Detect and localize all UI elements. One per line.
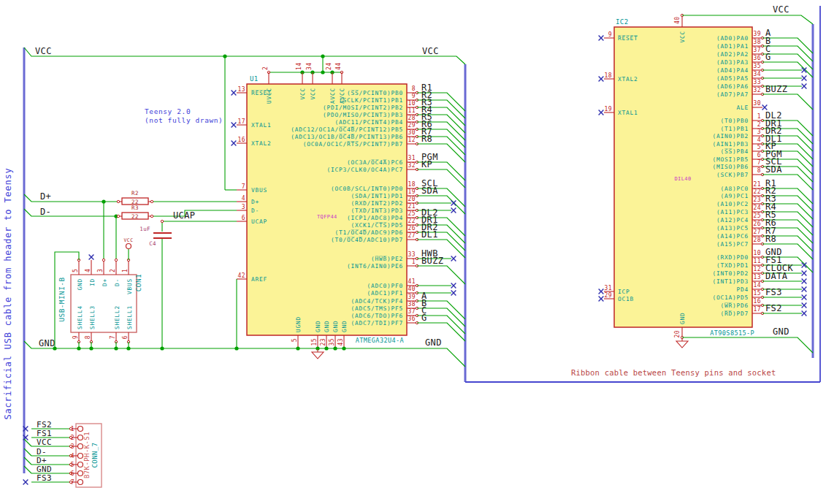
conn7-pin-circle bbox=[78, 427, 83, 432]
junction-dot bbox=[342, 346, 345, 350]
junction-dot bbox=[333, 346, 337, 350]
pin-name: (ADC1)PF1 bbox=[367, 290, 403, 297]
ic2-ref: IC2 bbox=[616, 18, 628, 26]
pin-name: (T0)PB0 bbox=[721, 118, 749, 124]
pin-number: 32 bbox=[408, 162, 416, 169]
pin-name: (MOSI)PB5 bbox=[713, 156, 749, 163]
junction-dot bbox=[296, 346, 299, 350]
pin-number: 22 bbox=[408, 218, 416, 224]
u1-value: ATMEGA32U4-A bbox=[356, 337, 404, 344]
pin-name: (A8)PC0 bbox=[721, 186, 749, 192]
pin-name: (A13)PC5 bbox=[716, 225, 749, 232]
note-teensy-line1: Teensy 2.0 bbox=[145, 107, 191, 115]
c4-ref: C4 bbox=[149, 240, 156, 247]
pin-name: XTAL1 bbox=[618, 110, 638, 116]
pin-number: 5 bbox=[72, 269, 79, 272]
pin-number: 10 bbox=[408, 100, 416, 107]
pin-number: 12 bbox=[754, 266, 761, 272]
pin-number: 18 bbox=[408, 181, 416, 188]
pin-number: 3 bbox=[97, 269, 104, 272]
net-label-sda: SDA bbox=[765, 164, 782, 175]
pin-number: 37 bbox=[754, 47, 761, 53]
pin-name: GND bbox=[332, 321, 339, 332]
ic2-value: AT90S8515-P bbox=[710, 329, 754, 337]
pin-name: R̅E̅S̅E̅T̅ bbox=[251, 90, 272, 96]
pin-name: VCC bbox=[679, 31, 686, 42]
net-label-vcc: VCC bbox=[773, 4, 789, 15]
pin-name: (OC0B/SCL/INT0)PD0 bbox=[331, 186, 403, 192]
pin-number: 4 bbox=[85, 269, 91, 272]
junction-dot bbox=[223, 54, 226, 58]
pin-name: (ADC0)PF0 bbox=[367, 283, 403, 289]
junction-dot bbox=[77, 346, 80, 350]
net-label-vcc: VCC bbox=[37, 438, 52, 447]
pin-number: 13 bbox=[754, 274, 761, 280]
pin-name: (T1)PB1 bbox=[721, 126, 749, 132]
pin-number: 23 bbox=[754, 196, 761, 203]
vcc-flag-label: VCC bbox=[124, 237, 134, 243]
pin-name: GND bbox=[324, 321, 330, 332]
r3-value: 22 bbox=[131, 213, 139, 220]
pin-name: (SDA/INT1)PD1 bbox=[351, 193, 403, 199]
pin-number: 11 bbox=[408, 107, 416, 114]
wire bbox=[162, 221, 237, 232]
conn7-pin-circle bbox=[78, 480, 83, 485]
schematic-canvas: VCCVCCGNDGNDU1TQFP44ATMEGA32U4-A2UVCC14V… bbox=[0, 0, 826, 504]
pin-number: 38 bbox=[754, 39, 761, 45]
pin-name: VCC bbox=[299, 88, 306, 99]
pin-number: 20 bbox=[674, 330, 681, 337]
ic2-footprint: DIL40 bbox=[674, 176, 691, 182]
pin-name: (A14)PC6 bbox=[716, 233, 749, 240]
vcc-flag-circle bbox=[126, 244, 131, 249]
pin-name: (ADC13/OC1B/O̅C̅4̅B̅/PCINT13)PB6 bbox=[291, 134, 403, 140]
pin-number: 17 bbox=[238, 118, 245, 125]
junction-dot bbox=[102, 199, 105, 203]
pin-name: (XCK1/C̅T̅S̅)PD5 bbox=[351, 222, 403, 229]
net-label-fs3: FS3 bbox=[37, 473, 52, 483]
net-label-g: G bbox=[421, 313, 427, 323]
net-label-fs2: FS2 bbox=[765, 303, 782, 313]
pin-number: 5 bbox=[291, 338, 298, 342]
pin-name: (A9)PC1 bbox=[721, 193, 749, 199]
pin-name: (A15)PC7 bbox=[716, 241, 749, 248]
pin-number: 29 bbox=[408, 122, 416, 129]
pin-name: (T1/O̅C̅4̅D̅/ADC9)PD6 bbox=[335, 229, 403, 236]
pin-name: GND bbox=[315, 321, 321, 332]
pin-number: 34 bbox=[306, 63, 313, 70]
pin-number: 36 bbox=[754, 55, 761, 61]
pin-number: 4 bbox=[71, 453, 74, 459]
pin-name: D+ bbox=[102, 278, 108, 286]
pin-number: 7 bbox=[71, 479, 74, 486]
conn7-pin-circle bbox=[78, 454, 83, 459]
pin-number: 6 bbox=[757, 152, 761, 159]
pin-number: 4 bbox=[242, 195, 245, 202]
pin-number: 4 bbox=[757, 137, 761, 143]
pin-name: (AD2)PA2 bbox=[716, 51, 749, 58]
pin-name: (AD1)PA1 bbox=[716, 43, 749, 50]
pin-name: (AD4)PA4 bbox=[716, 67, 749, 74]
pin-number: 35 bbox=[329, 338, 335, 345]
pin-name: (AD3)PA3 bbox=[716, 59, 749, 66]
pin-number: 27 bbox=[754, 229, 761, 235]
conn7-pin-circle bbox=[78, 462, 83, 467]
pin-number: 17 bbox=[754, 306, 761, 313]
c4-value: 1uF bbox=[139, 226, 150, 232]
note-teensy-line2: (not fully drawn) bbox=[145, 116, 223, 124]
pin-number: 30 bbox=[408, 129, 416, 136]
pin-number: 40 bbox=[674, 17, 681, 24]
pin-number: 21 bbox=[754, 181, 761, 188]
junction-dot bbox=[89, 346, 93, 350]
pin-number: 11 bbox=[754, 258, 761, 264]
pin-number: 16 bbox=[238, 137, 245, 143]
net-label-gnd: GND bbox=[39, 338, 56, 348]
junction-dot bbox=[114, 346, 118, 350]
pin-number: 3 bbox=[242, 204, 245, 210]
pin-number: 15 bbox=[754, 290, 761, 297]
pin-number: 21 bbox=[408, 203, 416, 210]
net-label-r8: R8 bbox=[421, 134, 432, 144]
pin-number: 14 bbox=[754, 282, 761, 289]
net-label-buzz: BUZZ bbox=[421, 256, 444, 266]
pin-name: SHELL4 bbox=[77, 305, 83, 329]
u1-footprint: TQFP44 bbox=[317, 214, 337, 220]
pin-name: (ADC4/TCK)PF4 bbox=[351, 298, 403, 305]
